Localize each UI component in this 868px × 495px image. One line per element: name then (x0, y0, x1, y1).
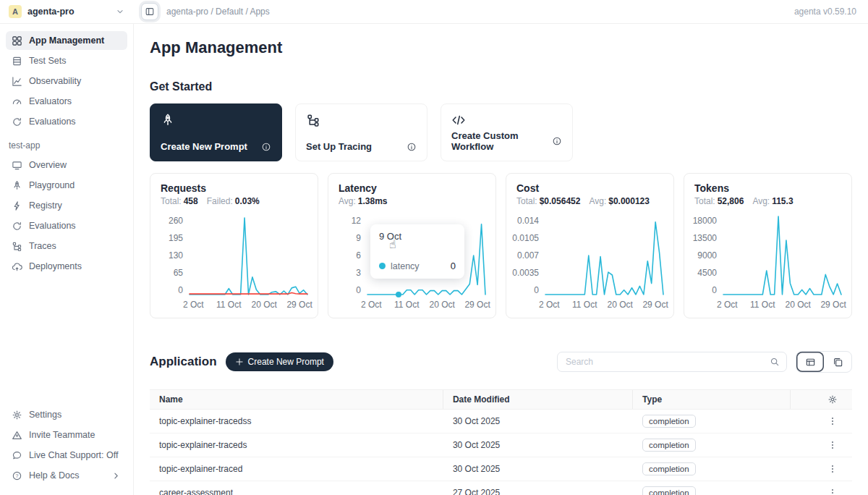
table-row-career-assessment[interactable]: career-assessment27 Oct 2025completion (150, 481, 852, 495)
sidebar-app-section-label: test-app (6, 132, 127, 156)
evaluations-icon (12, 221, 22, 232)
nav-item-label: Observability (29, 75, 81, 87)
chart-stat: Avg:1.38ms (339, 196, 388, 206)
nav-item-label: Overview (29, 159, 67, 171)
chart-plot[interactable] (545, 216, 663, 295)
nav-item-label: Playground (29, 179, 75, 191)
sidebar-item-test-sets[interactable]: Test Sets (6, 51, 127, 70)
main-content: App Management Get Started Create New Pr… (134, 24, 868, 495)
get-started-card-create-custom-workflow[interactable]: Create Custom Workflow (441, 103, 573, 161)
evaluations-icon (12, 117, 22, 127)
chart-card-tokens: TokensTotal:52,806Avg:115.31800013500900… (684, 173, 852, 318)
breadcrumb[interactable]: agenta-pro / Default / Apps (166, 7, 270, 17)
chart-card-cost: CostTotal:$0.056452Avg:$0.0001230.0140.0… (506, 173, 674, 318)
card-label: Set Up Tracing (306, 141, 372, 152)
sidebar-item-evaluators[interactable]: Evaluators (6, 92, 127, 111)
app-date-modified: 30 Oct 2025 (443, 416, 633, 426)
y-axis-labels: 129630 (339, 216, 367, 295)
sidebar-app-item-registry[interactable]: Registry (6, 196, 127, 215)
chart-stat: Failed:0.03% (207, 196, 260, 206)
info-icon (407, 142, 417, 152)
app-type-cell: completion (633, 462, 791, 475)
settings-icon (12, 410, 22, 420)
type-badge: completion (642, 486, 696, 495)
chart-stat: Avg:115.3 (752, 196, 793, 206)
y-axis-labels: 0.0140.01050.0070.00350 (516, 216, 545, 295)
chart-plot[interactable] (190, 216, 307, 295)
panel-left-icon (145, 7, 155, 17)
type-badge: completion (642, 462, 696, 475)
nav-item-label: Test Sets (29, 55, 66, 67)
table-row-topic-explainer-tracedss[interactable]: topic-explainer-tracedss30 Oct 2025compl… (150, 410, 852, 433)
chart-plot[interactable] (723, 216, 841, 295)
sidebar-item-observability[interactable]: Observability (6, 72, 127, 90)
create-new-prompt-button[interactable]: Create New Prompt (226, 352, 333, 371)
card-view-icon (833, 357, 843, 368)
chart-tooltip: 9 Octlatency0 (370, 224, 464, 279)
sidebar-app-item-overview[interactable]: Overview (6, 156, 127, 174)
search-icon[interactable] (770, 357, 780, 367)
sidebar-item-app-management[interactable]: App Management (6, 31, 127, 50)
app-name: topic-explainer-tracedss (150, 416, 443, 426)
grid-icon (12, 35, 22, 46)
sidebar-app-item-playground[interactable]: Playground (6, 176, 127, 195)
kebab-menu-icon[interactable] (827, 440, 838, 450)
sidebar-footer-item-settings[interactable]: Settings (6, 405, 127, 424)
get-started-cards: Create New PromptSet Up TracingCreate Cu… (150, 103, 852, 161)
search-input[interactable] (564, 356, 765, 368)
gear-icon[interactable] (827, 394, 838, 405)
mouse-cursor: ☝ (389, 237, 396, 251)
nav-item-label: Evaluators (29, 96, 72, 107)
get-started-card-create-new-prompt[interactable]: Create New Prompt (150, 103, 282, 161)
charts-row: RequestsTotal:458Failed:0.03%26019513065… (150, 173, 852, 318)
chart-stat: Total:$0.056452 (516, 196, 580, 206)
sidebar-footer-item-invite-teammate[interactable]: Invite Teammate (6, 426, 127, 444)
sidebar-footer-item-help-docs[interactable]: ?Help & Docs (6, 466, 127, 485)
app-date-modified: 30 Oct 2025 (443, 440, 633, 450)
workspace-selector[interactable]: A agenta-pro (0, 5, 134, 18)
x-axis-labels: 2 Oct11 Oct20 Oct29 Oct (367, 300, 485, 310)
kebab-menu-icon[interactable] (827, 488, 838, 495)
table-row-topic-explainer-traceds[interactable]: topic-explainer-traceds30 Oct 2025comple… (150, 433, 852, 457)
chart-stat: Total:458 (161, 196, 198, 206)
observability-icon (12, 76, 22, 87)
sidebar-footer-item-live-chat-support-off[interactable]: Live Chat Support: Off (6, 446, 127, 465)
sidebar-item-evaluations[interactable]: Evaluations (6, 112, 127, 131)
sidebar-app-item-traces[interactable]: Traces (6, 237, 127, 255)
kebab-menu-icon[interactable] (827, 464, 838, 474)
sidebar-toggle-button[interactable] (141, 3, 158, 20)
chart-stats: Avg:1.38ms (339, 196, 485, 206)
test-sets-icon (12, 56, 22, 67)
sidebar-app-item-deployments[interactable]: Deployments (6, 257, 127, 276)
sidebar-app-nav: OverviewPlaygroundRegistryEvaluationsTra… (6, 156, 127, 277)
sidebar-main-nav: App ManagementTest SetsObservabilityEval… (6, 31, 127, 132)
kebab-menu-icon[interactable] (827, 416, 838, 426)
info-icon (552, 136, 562, 146)
sidebar-app-item-evaluations[interactable]: Evaluations (6, 216, 127, 235)
plus-icon (235, 358, 244, 366)
y-axis-labels: 260195130650 (161, 216, 190, 295)
card-view-button[interactable] (824, 352, 851, 372)
get-started-card-set-up-tracing[interactable]: Set Up Tracing (295, 103, 427, 161)
page-title: App Management (150, 38, 852, 57)
column-header-date-modified: Date Modified (443, 390, 633, 409)
create-new-prompt-label: Create New Prompt (248, 357, 324, 367)
sidebar: App ManagementTest SetsObservabilityEval… (0, 24, 134, 495)
column-header-type: Type (633, 390, 791, 409)
invite-icon (12, 430, 22, 441)
table-view-button[interactable] (796, 352, 824, 372)
svg-text:?: ? (16, 473, 19, 478)
table-row-topic-explainer-traced[interactable]: topic-explainer-traced30 Oct 2025complet… (150, 457, 852, 481)
chart-card-requests: RequestsTotal:458Failed:0.03%26019513065… (150, 173, 318, 318)
chat-icon (12, 450, 22, 461)
x-axis-labels: 2 Oct11 Oct20 Oct29 Oct (545, 300, 663, 310)
applications-table: NameDate ModifiedType topic-explainer-tr… (150, 389, 852, 495)
column-header-name: Name (150, 390, 443, 409)
chart-card-latency: LatencyAvg:1.38ms1296302 Oct11 Oct20 Oct… (328, 173, 496, 318)
evaluators-icon (12, 96, 22, 107)
nav-item-label: Evaluations (29, 116, 76, 127)
hover-point-dot (396, 292, 401, 297)
series-dot (379, 263, 386, 269)
workspace-avatar: A (9, 5, 22, 18)
chart-stats: Total:52,806Avg:115.3 (694, 196, 841, 206)
